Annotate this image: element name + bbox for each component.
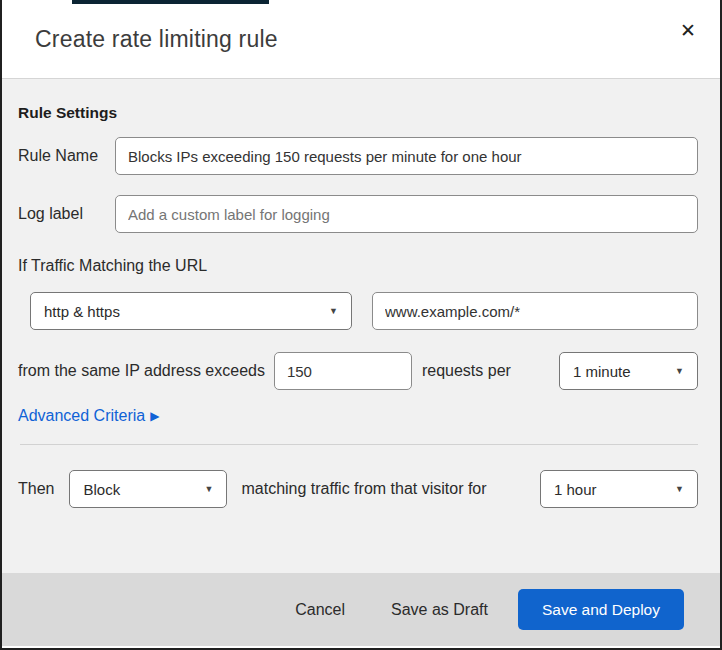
save-as-draft-button[interactable]: Save as Draft (381, 593, 498, 627)
period-select[interactable]: 1 minute ▼ (559, 352, 698, 390)
scheme-select[interactable]: http & https ▼ (30, 292, 352, 330)
advanced-criteria-link[interactable]: Advanced Criteria ▶ (18, 407, 159, 425)
log-label-row: Log label (18, 195, 698, 233)
dialog-footer: Cancel Save as Draft Save and Deploy (2, 573, 720, 646)
close-icon: ✕ (680, 19, 696, 42)
traffic-match-heading: If Traffic Matching the URL (18, 257, 698, 275)
background-page-strip (72, 0, 269, 4)
rule-name-label: Rule Name (18, 147, 115, 165)
threshold-suffix-text: requests per (422, 362, 511, 380)
dialog-title: Create rate limiting rule (35, 26, 278, 53)
create-rate-limiting-rule-dialog: Create rate limiting rule ✕ Rule Setting… (0, 0, 722, 650)
url-match-row: http & https ▼ (18, 292, 698, 330)
chevron-down-icon: ▼ (675, 484, 684, 494)
rule-settings-heading: Rule Settings (18, 79, 698, 122)
action-select-value: Block (83, 481, 120, 498)
rule-name-row: Rule Name (18, 137, 698, 175)
cancel-button[interactable]: Cancel (285, 593, 355, 627)
then-label: Then (18, 480, 54, 498)
rule-name-input[interactable] (115, 137, 698, 175)
chevron-down-icon: ▼ (675, 366, 684, 376)
threshold-row: from the same IP address exceeds request… (18, 352, 698, 390)
expand-right-icon: ▶ (150, 409, 159, 423)
url-pattern-input[interactable] (372, 292, 698, 330)
duration-select-value: 1 hour (554, 481, 597, 498)
log-label-label: Log label (18, 205, 115, 223)
threshold-prefix-text: from the same IP address exceeds (18, 362, 265, 380)
action-select[interactable]: Block ▼ (69, 470, 227, 508)
scheme-select-value: http & https (44, 303, 120, 320)
chevron-down-icon: ▼ (329, 306, 338, 316)
action-middle-text: matching traffic from that visitor for (241, 480, 486, 498)
advanced-criteria-label: Advanced Criteria (18, 407, 145, 425)
section-divider (20, 444, 698, 445)
save-and-deploy-button[interactable]: Save and Deploy (518, 589, 684, 630)
dialog-header: Create rate limiting rule ✕ (2, 0, 720, 79)
chevron-down-icon: ▼ (205, 484, 214, 494)
close-button[interactable]: ✕ (674, 16, 702, 44)
period-select-value: 1 minute (573, 363, 631, 380)
request-threshold-input[interactable] (274, 352, 412, 390)
action-row: Then Block ▼ matching traffic from that … (18, 470, 698, 508)
dialog-body: Rule Settings Rule Name Log label If Tra… (2, 79, 720, 573)
log-label-input[interactable] (115, 195, 698, 233)
duration-select[interactable]: 1 hour ▼ (540, 470, 698, 508)
